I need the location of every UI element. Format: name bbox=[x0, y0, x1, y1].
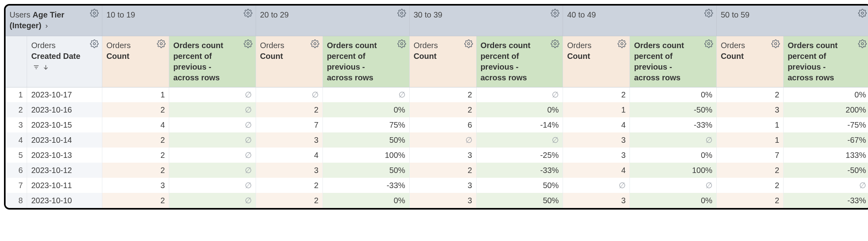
count-cell[interactable]: 2 bbox=[717, 163, 784, 178]
count-cell[interactable]: 2 bbox=[102, 132, 169, 148]
calc-cell[interactable]: ∅ bbox=[630, 132, 717, 148]
gear-icon[interactable] bbox=[244, 9, 252, 17]
pivot-group-1[interactable]: 20 to 29 bbox=[256, 6, 409, 36]
calc-cell[interactable]: ∅ bbox=[169, 87, 256, 102]
count-cell[interactable]: 2 bbox=[256, 193, 323, 208]
calc-cell[interactable]: -25% bbox=[476, 148, 563, 163]
gear-icon[interactable] bbox=[397, 39, 406, 48]
gear-icon[interactable] bbox=[858, 39, 867, 48]
calc-cell[interactable]: ∅ bbox=[169, 178, 256, 193]
count-cell[interactable]: 2 bbox=[563, 87, 630, 102]
count-cell[interactable]: 2 bbox=[717, 178, 784, 193]
count-cell[interactable]: 4 bbox=[256, 148, 323, 163]
calc-cell[interactable]: ∅ bbox=[476, 132, 563, 148]
gear-icon[interactable] bbox=[244, 39, 252, 48]
count-cell[interactable]: 2 bbox=[409, 163, 476, 178]
gear-icon[interactable] bbox=[704, 9, 713, 17]
calc-cell[interactable]: ∅ bbox=[169, 193, 256, 208]
calc-cell[interactable]: ∅ bbox=[169, 163, 256, 178]
gear-icon[interactable] bbox=[618, 39, 626, 48]
calc-cell[interactable]: -50% bbox=[784, 163, 868, 178]
calc-cell[interactable]: ∅ bbox=[169, 102, 256, 117]
calc-header[interactable]: Orders count percent of previous - acros… bbox=[630, 36, 717, 87]
calc-cell[interactable]: 0% bbox=[476, 102, 563, 117]
gear-icon[interactable] bbox=[551, 39, 559, 48]
calc-cell[interactable]: -33% bbox=[323, 178, 409, 193]
calc-header[interactable]: Orders count percent of previous - acros… bbox=[169, 36, 256, 87]
calc-cell[interactable]: ∅ bbox=[169, 148, 256, 163]
pivot-group-3[interactable]: 40 to 49 bbox=[563, 6, 717, 36]
calc-cell[interactable]: ∅ bbox=[476, 87, 563, 102]
count-cell[interactable]: 2 bbox=[102, 148, 169, 163]
count-cell[interactable]: 2 bbox=[102, 102, 169, 117]
calc-cell[interactable]: 0% bbox=[630, 193, 717, 208]
pivot-group-4[interactable]: 50 to 59 bbox=[717, 6, 868, 36]
count-header[interactable]: Orders Count bbox=[563, 36, 630, 87]
dimension-header[interactable]: Orders Created Date bbox=[27, 36, 102, 87]
calc-cell[interactable]: 75% bbox=[323, 117, 409, 132]
calc-cell[interactable]: -33% bbox=[476, 163, 563, 178]
count-cell[interactable]: 2 bbox=[102, 163, 169, 178]
calc-cell[interactable]: -75% bbox=[784, 117, 868, 132]
date-cell[interactable]: 2023-10-14 bbox=[27, 132, 102, 148]
calc-cell[interactable]: -14% bbox=[476, 117, 563, 132]
calc-cell[interactable]: 0% bbox=[630, 87, 717, 102]
calc-cell[interactable]: 200% bbox=[784, 102, 868, 117]
calc-cell[interactable]: ∅ bbox=[784, 178, 868, 193]
count-cell[interactable]: 2 bbox=[717, 193, 784, 208]
calc-cell[interactable]: 0% bbox=[630, 148, 717, 163]
count-cell[interactable]: 3 bbox=[563, 148, 630, 163]
count-cell[interactable]: 4 bbox=[563, 163, 630, 178]
gear-icon[interactable] bbox=[157, 39, 166, 48]
count-cell[interactable]: 3 bbox=[563, 193, 630, 208]
calc-header[interactable]: Orders count percent of previous - acros… bbox=[323, 36, 409, 87]
count-cell[interactable]: 3 bbox=[563, 132, 630, 148]
gear-icon[interactable] bbox=[90, 9, 99, 17]
calc-cell[interactable]: 0% bbox=[784, 87, 868, 102]
count-cell[interactable]: 3 bbox=[409, 178, 476, 193]
gear-icon[interactable] bbox=[551, 9, 559, 17]
count-cell[interactable]: 1 bbox=[102, 87, 169, 102]
count-header[interactable]: Orders Count bbox=[256, 36, 323, 87]
pivot-dimension-header[interactable]: Users Age Tier (Integer) bbox=[6, 6, 102, 36]
calc-cell[interactable]: -33% bbox=[630, 117, 717, 132]
gear-icon[interactable] bbox=[397, 9, 406, 17]
calc-cell[interactable]: 100% bbox=[323, 148, 409, 163]
count-cell[interactable]: 2 bbox=[256, 178, 323, 193]
count-cell[interactable]: 1 bbox=[717, 117, 784, 132]
sort-desc-icon[interactable] bbox=[42, 62, 49, 71]
calc-cell[interactable]: 50% bbox=[476, 193, 563, 208]
date-cell[interactable]: 2023-10-15 bbox=[27, 117, 102, 132]
count-cell[interactable]: 3 bbox=[409, 193, 476, 208]
count-cell[interactable]: 1 bbox=[563, 102, 630, 117]
calc-cell[interactable]: -33% bbox=[784, 193, 868, 208]
pivot-group-0[interactable]: 10 to 19 bbox=[102, 6, 256, 36]
count-cell[interactable]: 1 bbox=[717, 132, 784, 148]
count-cell[interactable]: 2 bbox=[102, 193, 169, 208]
calc-header[interactable]: Orders count percent of previous - acros… bbox=[784, 36, 868, 87]
count-cell[interactable]: 3 bbox=[409, 148, 476, 163]
count-cell[interactable]: 2 bbox=[409, 87, 476, 102]
calc-cell[interactable]: 50% bbox=[476, 178, 563, 193]
count-header[interactable]: Orders Count bbox=[102, 36, 169, 87]
count-cell[interactable]: 2 bbox=[256, 102, 323, 117]
date-cell[interactable]: 2023-10-16 bbox=[27, 102, 102, 117]
count-cell[interactable]: ∅ bbox=[563, 178, 630, 193]
date-cell[interactable]: 2023-10-11 bbox=[27, 178, 102, 193]
gear-icon[interactable] bbox=[90, 39, 99, 48]
count-header[interactable]: Orders Count bbox=[717, 36, 784, 87]
pivot-group-2[interactable]: 30 to 39 bbox=[409, 6, 563, 36]
calc-header[interactable]: Orders count percent of previous - acros… bbox=[476, 36, 563, 87]
calc-cell[interactable]: ∅ bbox=[169, 132, 256, 148]
count-cell[interactable]: 4 bbox=[563, 117, 630, 132]
calc-cell[interactable]: -67% bbox=[784, 132, 868, 148]
gear-icon[interactable] bbox=[704, 39, 713, 48]
gear-icon[interactable] bbox=[464, 39, 473, 48]
date-cell[interactable]: 2023-10-17 bbox=[27, 87, 102, 102]
calc-cell[interactable]: ∅ bbox=[630, 178, 717, 193]
gear-icon[interactable] bbox=[311, 39, 319, 48]
count-cell[interactable]: 3 bbox=[717, 102, 784, 117]
date-cell[interactable]: 2023-10-13 bbox=[27, 148, 102, 163]
calc-cell[interactable]: 100% bbox=[630, 163, 717, 178]
calc-cell[interactable]: 0% bbox=[323, 102, 409, 117]
